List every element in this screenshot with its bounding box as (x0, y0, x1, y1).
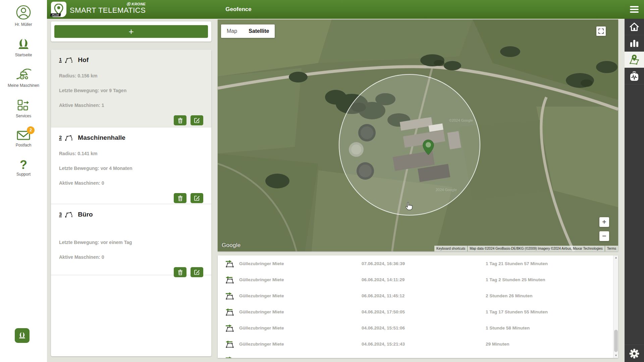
sidebar-item-label: Support (0, 172, 47, 177)
sidebar-item-label: Meine Maschinen (0, 83, 47, 88)
trash-icon (178, 195, 183, 201)
map-view[interactable]: ©2024 Google 2024 Google Map Satellite +… (218, 19, 618, 251)
google-logo[interactable]: Google (222, 242, 241, 249)
geofence-card-buero[interactable]: 3 Büro Letzte Bewegung: vor einem Tag Ak… (51, 204, 211, 275)
geofence-name: Maschinenhalle (78, 134, 125, 141)
scroll-up-arrow[interactable]: ▲ (613, 255, 618, 260)
edit-geofence-button[interactable] (191, 267, 203, 277)
event-timestamp: 04.06.2024, 17:50:05 (362, 309, 405, 314)
add-geofence-button[interactable]: + (54, 25, 208, 38)
geofence-last-movement: Letzte Bewegung: vor einem Tag (59, 240, 203, 245)
scrollbar-thumb[interactable] (614, 330, 618, 352)
sidebar-item-meine-maschinen[interactable]: Meine Maschinen (0, 69, 47, 88)
krone-chip-button[interactable] (15, 328, 30, 343)
enter-geofence-icon (225, 292, 234, 301)
event-machine: Güllezubringer Miete (239, 358, 284, 358)
edit-geofence-button[interactable] (191, 115, 203, 125)
zoom-out-button[interactable]: − (599, 231, 609, 241)
geofence-tab-active[interactable] (625, 52, 644, 68)
smart-telematics-app: Hr. Müller Startseite Meine Maschinen Se… (0, 0, 644, 362)
crown-icon (16, 38, 31, 52)
enter-geofence-icon (225, 260, 234, 269)
sidebar-item-label: Postfach (0, 143, 47, 147)
user-profile[interactable]: Hr. Müller (0, 0, 47, 27)
event-row[interactable]: Güllezubringer Miete 06.06.2024, 11:45:1… (218, 288, 618, 304)
exit-geofence-icon (225, 340, 234, 350)
zoom-in-button[interactable]: + (599, 217, 609, 227)
terms-link[interactable]: Terms (605, 246, 618, 251)
event-duration: 1 Tag 17 Stunden 55 Minuten (486, 309, 548, 314)
event-row[interactable]: Güllezubringer Miete 04.06.2024, 15:51:0… (218, 320, 618, 336)
trash-icon (178, 118, 183, 123)
keyboard-shortcuts-link[interactable]: Keyboard shortcuts (434, 246, 467, 251)
event-row[interactable]: Güllezubringer Miete 07.06.2024, 16:36:3… (218, 255, 618, 272)
delete-geofence-button[interactable] (174, 193, 186, 203)
edit-icon (194, 118, 200, 123)
signal-button[interactable] (625, 68, 644, 84)
harvester-icon (15, 69, 32, 82)
trash-icon (178, 269, 183, 275)
home-button[interactable] (625, 19, 644, 35)
home-icon (629, 22, 639, 32)
event-row[interactable]: Güllezubringer Miete 04.06.2024, 15:21:4… (218, 336, 618, 352)
sidebar-item-support[interactable]: ? Support (0, 159, 47, 177)
mail-icon: 2 (16, 130, 31, 142)
geofence-active-machines: Aktive Maschinen: 0 (59, 180, 203, 186)
fullscreen-button[interactable] (596, 26, 606, 36)
event-duration: 1 Stunde 58 Minuten (486, 325, 530, 330)
map-attribution: Keyboard shortcuts Map data ©2024 GeoBas… (434, 246, 618, 251)
geofence-last-movement: Letzte Bewegung: vor 4 Monaten (59, 166, 203, 171)
geofence-radius: Radius: 0.141 km (59, 151, 203, 156)
sidebar-item-label: Services (0, 114, 47, 118)
event-duration: 9 Minuten (486, 358, 507, 358)
crown-icon (18, 332, 26, 339)
geofence-icon (629, 54, 640, 65)
geofence-radius: Radius: 0.156 km (59, 73, 203, 78)
event-row[interactable]: Güllezubringer Miete 06.06.2024, 14:11:2… (218, 272, 618, 288)
page-title: Geofence (47, 0, 430, 19)
map-pin-marker[interactable] (422, 139, 434, 157)
event-timestamp: 04.06.2024, 15:51:06 (362, 325, 405, 330)
statistics-button[interactable] (625, 35, 644, 52)
geofence-card-maschinenhalle[interactable]: 2 Maschinenhalle Radius: 0.141 km Letzte… (51, 127, 211, 204)
fullscreen-icon (598, 28, 604, 34)
event-row[interactable]: Güllezubringer Miete 04.06.2024, 15:12:2… (218, 352, 618, 358)
map-tab[interactable]: Map (221, 24, 243, 38)
event-duration: 1 Tag 2 Stunden 25 Minuten (486, 277, 545, 282)
user-name: Hr. Müller (0, 22, 47, 27)
polygon-icon (65, 57, 73, 63)
gear-icon (629, 349, 639, 359)
enter-geofence-icon (225, 356, 234, 358)
geofence-name: Büro (78, 211, 93, 218)
geofence-events-table: Güllezubringer Miete 07.06.2024, 16:36:3… (218, 255, 618, 358)
delete-geofence-button[interactable] (174, 115, 186, 125)
services-grid-icon (17, 99, 30, 113)
edit-icon (194, 269, 200, 275)
table-scrollbar[interactable]: ▲ ▼ (613, 255, 618, 358)
settings-button[interactable] (625, 345, 644, 362)
geofence-list: 1 Hof Radius: 0.156 km Letzte Bewegung: … (51, 50, 211, 356)
geofence-index: 1 (59, 57, 62, 63)
sidebar-item-startseite[interactable]: Startseite (0, 38, 47, 57)
event-timestamp: 04.06.2024, 15:21:43 (362, 342, 405, 347)
left-sidebar: Hr. Müller Startseite Meine Maschinen Se… (0, 0, 47, 362)
event-timestamp: 06.06.2024, 14:11:29 (362, 277, 405, 282)
event-row[interactable]: Güllezubringer Miete 04.06.2024, 17:50:0… (218, 304, 618, 320)
hand-cursor (404, 202, 413, 213)
polygon-icon (65, 211, 73, 218)
event-machine: Güllezubringer Miete (239, 293, 284, 298)
geofence-card-hof[interactable]: 1 Hof Radius: 0.156 km Letzte Bewegung: … (51, 50, 211, 127)
scroll-down-arrow[interactable]: ▼ (613, 353, 618, 358)
delete-geofence-button[interactable] (174, 267, 186, 277)
postfach-badge: 2 (27, 126, 35, 134)
user-avatar-icon (16, 5, 31, 21)
sidebar-item-services[interactable]: Services (0, 99, 47, 118)
hamburger-menu-button[interactable] (625, 0, 644, 19)
satellite-tab[interactable]: Satellite (243, 24, 275, 38)
sidebar-item-postfach[interactable]: 2 Postfach (0, 130, 47, 147)
add-geofence-card: + (51, 21, 211, 42)
edit-geofence-button[interactable] (191, 193, 203, 203)
geofence-index: 3 (59, 212, 62, 217)
event-machine: Güllezubringer Miete (239, 261, 284, 266)
geofence-index: 2 (59, 135, 62, 140)
